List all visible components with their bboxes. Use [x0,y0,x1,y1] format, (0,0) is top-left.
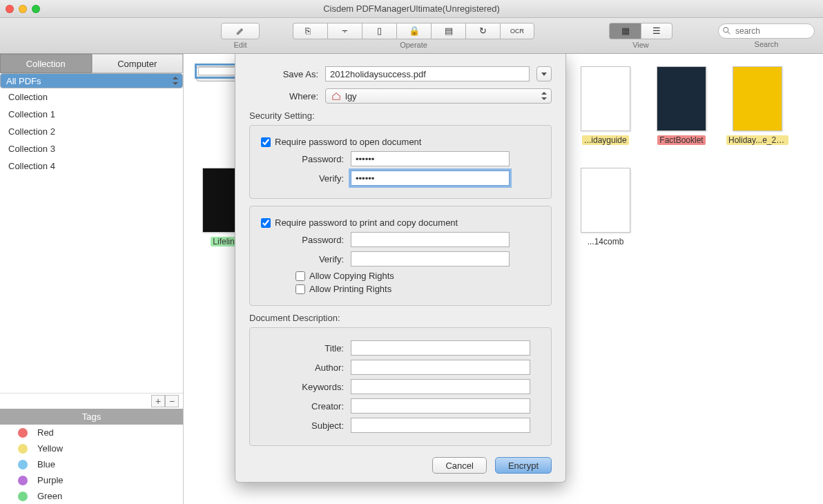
where-select[interactable]: lgy [325,88,552,104]
print-password-input[interactable] [351,232,510,247]
page-icon: ⎘ [305,26,316,36]
operate-btn-7[interactable]: OCR [500,23,534,39]
pdf-thumbnail[interactable]: ...idayguide [574,66,637,145]
allow-printing-checkbox[interactable] [296,284,305,294]
keywords-input[interactable] [351,379,530,394]
pdf-thumbnail[interactable]: Holiday...e_2014 [726,66,788,145]
thumbnail-image [581,66,630,131]
password2-label: Password: [261,235,344,245]
edit-label: Edit [234,41,247,49]
svg-line-1 [728,31,730,34]
where-value: lgy [345,91,357,101]
sidebar-item[interactable]: Collection 4 [0,157,183,175]
thumbnail-label: ...14comb [585,237,626,246]
thumbnail-label: Holiday...e_2014 [726,135,788,145]
sidebar-item[interactable]: Collection 2 [0,123,183,140]
encrypt-button[interactable]: Encrypt [495,457,552,474]
tags-header: Tags [0,409,183,425]
pdf-thumbnail[interactable]: FactBooklet [650,66,713,145]
operate-btn-3[interactable]: ▯ [362,23,396,39]
operate-btn-6[interactable]: ↻ [465,23,500,39]
require-open-label: Require password to open document [275,137,421,147]
operate-btn-1[interactable]: ⎘ [293,23,327,39]
pencil-icon [235,26,245,36]
tag-row[interactable]: Blue [0,456,183,472]
security-heading: Security Setting: [249,110,552,121]
verify2-label: Verify: [261,254,344,264]
operate-btn-4[interactable]: 🔒 [396,23,431,39]
tag-label: Green [37,491,62,501]
save-as-label: Save As: [249,69,318,79]
save-as-expand-button[interactable] [536,66,552,81]
thumbnail-label: FactBooklet [657,135,705,145]
edit-button[interactable] [221,23,260,39]
password-label: Password: [261,154,344,164]
sidebar-item[interactable]: Collection 1 [0,106,183,123]
tag-color-icon [18,460,28,469]
thumbnail-image [733,66,782,131]
doc-icon: ▯ [377,26,382,36]
view-group: ▦ ☰ View [609,23,672,49]
edit-group: Edit [221,23,260,49]
tag-label: Blue [37,459,55,469]
view-list-button[interactable]: ☰ [641,23,672,39]
titlebar: Cisdem PDFManagerUltimate(Unregistered) [0,0,823,18]
tab-computer[interactable]: Computer [92,54,184,73]
view-label: View [632,41,649,49]
operate-btn-2[interactable]: ⫟ [327,23,362,39]
require-print-password-checkbox[interactable] [261,218,271,228]
tag-color-icon [18,444,28,454]
verify-label: Verify: [261,173,344,184]
allow-printing-label: Allow Printing Rights [309,284,391,294]
sidebar-item-all[interactable]: All PDFs [0,73,183,88]
search-label: Search [755,40,779,48]
operate-group: ⎘ ⫟ ▯ 🔒 ▤ ↻ OCR Operate [293,23,534,49]
search-input[interactable] [718,23,815,39]
toolbar: Edit ⎘ ⫟ ▯ 🔒 ▤ ↻ OCR Operate ▦ ☰ View Se… [0,18,823,54]
print-verify-input[interactable] [351,251,510,266]
add-collection-button[interactable]: + [151,395,165,407]
home-icon [331,91,341,101]
open-verify-input[interactable] [351,171,510,186]
subject-input[interactable] [351,418,530,433]
operate-btn-5[interactable]: ▤ [431,23,465,39]
pdf-thumbnail[interactable]: ...14comb [574,168,637,246]
tag-row[interactable]: Yellow [0,440,183,456]
tag-row[interactable]: Red [0,425,183,440]
title-label: Title: [261,343,344,353]
window-title: Cisdem PDFManagerUltimate(Unregistered) [0,3,823,14]
author-input[interactable] [351,360,530,375]
sidebar-item[interactable]: Collection [0,88,183,106]
tag-label: Purple [37,475,64,485]
list-icon: ☰ [652,26,661,36]
require-open-password-checkbox[interactable] [261,137,271,147]
save-as-input[interactable] [325,66,530,81]
open-password-input[interactable] [351,151,510,166]
allow-copying-checkbox[interactable] [296,271,305,281]
operate-label: Operate [400,41,427,49]
author-label: Author: [261,362,344,373]
tags-list: RedYellowBluePurpleGreen [0,425,183,504]
sidebar: Collection Computer All PDFs Collection … [0,54,184,504]
sidebar-item[interactable]: Collection 3 [0,140,183,157]
tab-collection[interactable]: Collection [0,54,92,73]
split-icon: ⫟ [340,26,349,36]
tag-label: Red [37,427,54,438]
subject-label: Subject: [261,420,344,431]
allow-copying-label: Allow Copying Rights [309,271,394,281]
view-grid-button[interactable]: ▦ [609,23,641,39]
creator-label: Creator: [261,401,344,411]
tag-row[interactable]: Green [0,488,183,504]
ocr-icon: OCR [510,28,524,35]
require-print-label: Require password to print and copy docum… [275,217,458,228]
main-area: 2012h.....idayguideFactBookletHoliday...… [184,54,823,504]
lock-icon: 🔒 [409,26,420,36]
tag-color-icon [18,492,28,501]
title-input[interactable] [351,340,530,356]
tag-color-icon [18,476,28,485]
thumbnail-label: ...idayguide [582,135,628,145]
creator-input[interactable] [351,398,530,414]
tag-row[interactable]: Purple [0,472,183,488]
remove-collection-button[interactable]: − [165,395,179,407]
cancel-button[interactable]: Cancel [432,457,486,474]
